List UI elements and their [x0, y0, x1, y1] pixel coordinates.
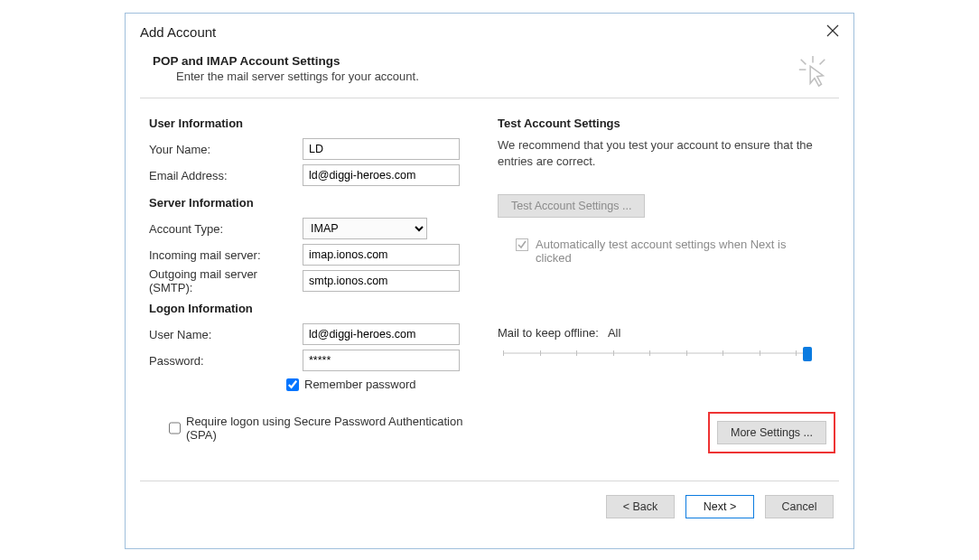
spa-checkbox[interactable]: [169, 422, 181, 434]
incoming-server-input[interactable]: [303, 244, 460, 266]
account-type-select[interactable]: IMAP: [303, 218, 427, 239]
left-column: User Information Your Name: Email Addres…: [149, 113, 474, 471]
outgoing-server-input[interactable]: [303, 270, 460, 292]
section-test: Test Account Settings: [498, 117, 830, 130]
more-settings-button[interactable]: More Settings ...: [717, 421, 826, 444]
window-title: Add Account: [140, 24, 216, 40]
label-outgoing: Outgoing mail server (SMTP):: [149, 267, 303, 294]
section-server-info: Server Information: [149, 196, 474, 210]
next-button[interactable]: Next >: [685, 495, 754, 518]
label-user-name: User Name:: [149, 328, 303, 341]
body-frame: User Information Your Name: Email Addres…: [140, 98, 839, 481]
svg-line-5: [820, 60, 825, 65]
test-account-settings-button[interactable]: Test Account Settings ...: [498, 194, 645, 218]
mail-offline-label: Mail to keep offline:: [498, 326, 599, 340]
remember-password-checkbox[interactable]: [286, 378, 299, 391]
right-column: Test Account Settings We recommend that …: [498, 113, 830, 471]
back-button[interactable]: < Back: [606, 495, 675, 518]
footer: < Back Next > Cancel: [140, 481, 839, 531]
cancel-button[interactable]: Cancel: [765, 495, 834, 518]
label-password: Password:: [149, 354, 303, 368]
slider-thumb[interactable]: [803, 347, 812, 361]
auto-test-checkbox[interactable]: [516, 238, 528, 251]
header-subtitle: Enter the mail server settings for your …: [153, 70, 826, 83]
mail-offline-value: All: [608, 326, 620, 340]
remember-password-label: Remember password: [304, 378, 416, 391]
titlebar: Add Account: [126, 14, 853, 47]
header-block: POP and IMAP Account Settings Enter the …: [126, 47, 853, 98]
section-logon-info: Logon Information: [149, 302, 474, 315]
svg-line-4: [801, 60, 807, 65]
more-settings-highlight: More Settings ...: [708, 412, 835, 453]
header-title: POP and IMAP Account Settings: [153, 54, 826, 68]
close-icon[interactable]: [825, 23, 841, 42]
section-user-info: User Information: [149, 117, 474, 130]
label-account-type: Account Type:: [149, 222, 303, 236]
label-your-name: Your Name:: [149, 143, 303, 156]
mail-offline-area: Mail to keep offline: All: [498, 326, 830, 363]
password-input[interactable]: [303, 350, 460, 371]
cursor-click-icon: [796, 54, 830, 91]
auto-test-row: Automatically test account settings when…: [498, 238, 796, 265]
user-name-input[interactable]: [303, 323, 460, 345]
auto-test-label: Automatically test account settings when…: [536, 238, 796, 265]
label-email: Email Address:: [149, 169, 303, 182]
mail-offline-slider[interactable]: [503, 345, 808, 363]
your-name-input[interactable]: [303, 138, 460, 160]
spa-label: Require logon using Secure Password Auth…: [186, 415, 474, 442]
label-incoming: Incoming mail server:: [149, 248, 303, 262]
add-account-dialog: Add Account POP and IMAP Account Setting…: [125, 13, 854, 549]
email-input[interactable]: [303, 164, 460, 186]
test-description: We recommend that you test your account …: [498, 137, 814, 169]
